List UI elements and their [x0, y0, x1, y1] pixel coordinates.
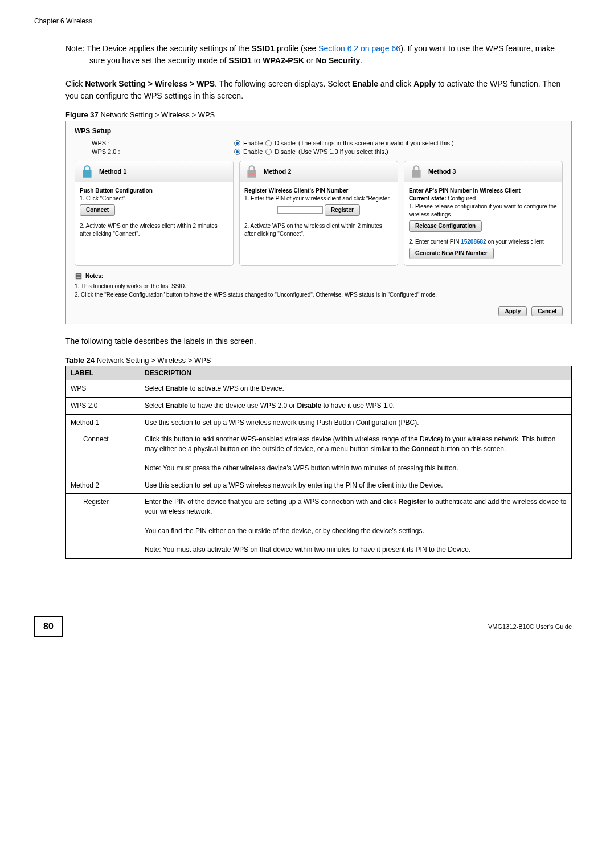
table-row: WPSSelect Enable to activate WPS on the … — [66, 380, 572, 398]
note-block: Note: The Device applies the security se… — [65, 43, 572, 67]
note-icon — [75, 272, 83, 280]
footer-rule — [34, 593, 572, 593]
wps20-disable-radio[interactable] — [265, 149, 272, 155]
label-cell: Connect — [66, 431, 140, 477]
wps20-row: WPS 2.0 : Enable Disable (Use WPS 1.0 if… — [92, 148, 563, 155]
label-cell: Register — [66, 494, 140, 559]
label-cell: Method 2 — [66, 477, 140, 494]
header-rule — [34, 28, 572, 28]
method1-box: Method 1 Push Button Configuration 1. Cl… — [75, 161, 234, 266]
table-caption: Table 24 Network Setting > Wireless > WP… — [65, 356, 572, 365]
table-row: Method 1Use this section to set up a WPS… — [66, 414, 572, 431]
methods-row: Method 1 Push Button Configuration 1. Cl… — [75, 161, 563, 266]
label-cell: Method 1 — [66, 414, 140, 431]
th-desc: DESCRIPTION — [140, 366, 572, 380]
wps20-enable-radio[interactable] — [234, 149, 240, 155]
page-number: 80 — [34, 616, 63, 637]
register-button[interactable]: Register — [325, 204, 360, 216]
desc-cell: Use this section to set up a WPS wireles… — [140, 414, 572, 431]
description-table: LABEL DESCRIPTION WPSSelect Enable to ac… — [65, 366, 572, 559]
wps20-label: WPS 2.0 : — [92, 148, 234, 155]
desc-cell: Click this button to add another WPS-ena… — [140, 431, 572, 477]
body-paragraph-2: The following table describes the labels… — [65, 335, 572, 347]
svg-rect-0 — [249, 173, 255, 175]
lock-icon — [80, 164, 95, 179]
wps-disable-radio[interactable] — [265, 140, 272, 146]
table-row: Method 2Use this section to set up a WPS… — [66, 477, 572, 494]
wps-row: WPS : Enable Disable (The settings in th… — [92, 140, 563, 146]
desc-cell: Select Enable to have the device use WPS… — [140, 397, 572, 414]
pin-lock-icon — [244, 164, 259, 179]
label-cell: WPS — [66, 380, 140, 398]
chapter-title: Chapter 6 Wireless — [34, 17, 92, 25]
page-header: Chapter 6 Wireless — [34, 17, 572, 25]
wps-setup-title: WPS Setup — [75, 127, 563, 135]
wps-label: WPS : — [92, 140, 234, 146]
table-row: WPS 2.0Select Enable to have the device … — [66, 397, 572, 414]
section-link[interactable]: Section 6.2 on page 66 — [318, 44, 400, 53]
svg-rect-2 — [77, 274, 81, 275]
svg-rect-3 — [77, 276, 81, 276]
wps-enable-radio[interactable] — [234, 140, 240, 146]
lock-icon-grey — [409, 164, 424, 179]
screenshot: WPS Setup WPS : Enable Disable (The sett… — [65, 121, 572, 324]
table-row: ConnectClick this button to add another … — [66, 431, 572, 477]
figure-caption: Figure 37 Network Setting > Wireless > W… — [65, 110, 572, 119]
method2-title: Method 2 — [264, 168, 291, 175]
desc-cell: Select Enable to activate WPS on the Dev… — [140, 380, 572, 398]
method1-title: Method 1 — [99, 168, 126, 175]
pin-number: 15208682 — [461, 239, 486, 245]
body-paragraph: Click Network Setting > Wireless > WPS. … — [65, 78, 572, 102]
apply-button[interactable]: Apply — [498, 306, 527, 316]
connect-button[interactable]: Connect — [80, 204, 115, 216]
footer-row: 80 VMG1312-B10C User's Guide — [34, 616, 572, 637]
pin-input[interactable] — [277, 206, 323, 214]
method3-title: Method 3 — [428, 168, 456, 175]
svg-rect-4 — [77, 277, 81, 277]
th-label: LABEL — [66, 366, 140, 380]
label-cell: WPS 2.0 — [66, 397, 140, 414]
method2-box: Method 2 Register Wireless Client's PIN … — [239, 161, 398, 266]
release-config-button[interactable]: Release Configuration — [409, 220, 482, 232]
method3-box: Method 3 Enter AP's PIN Number in Wirele… — [404, 161, 563, 266]
desc-cell: Enter the PIN of the device that you are… — [140, 494, 572, 559]
table-row: RegisterEnter the PIN of the device that… — [66, 494, 572, 559]
notes-section: Notes: 1. This function only works on th… — [75, 272, 563, 299]
desc-cell: Use this section to set up a WPS wireles… — [140, 477, 572, 494]
cancel-button[interactable]: Cancel — [531, 306, 563, 316]
generate-pin-button[interactable]: Generate New PIN Number — [409, 248, 494, 259]
footer-guide: VMG1312-B10C User's Guide — [488, 623, 572, 630]
